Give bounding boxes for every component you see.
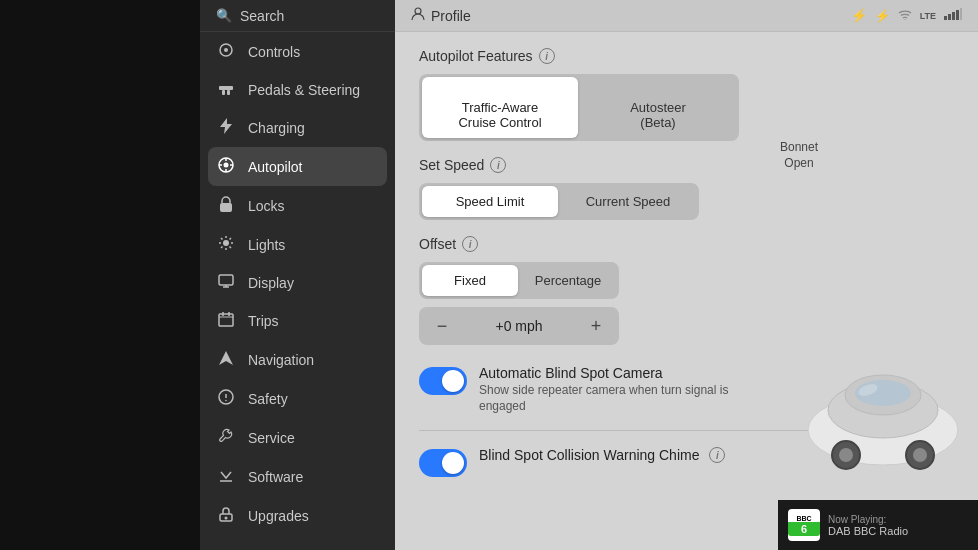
sidebar-item-service-label: Service [248, 430, 295, 446]
navigation-icon [216, 350, 236, 369]
traffic-aware-btn[interactable]: Traffic-Aware Cruise Control [422, 77, 578, 138]
offset-plus-btn[interactable]: + [581, 311, 611, 341]
charging-status-icon: ⚡ [851, 8, 867, 23]
car-image [788, 310, 978, 510]
svg-point-50 [913, 448, 927, 462]
blind-spot-camera-label: Automatic Blind Spot Camera [479, 365, 728, 381]
set-speed-info-icon[interactable]: i [490, 157, 506, 173]
svg-point-36 [415, 8, 421, 14]
safety-icon [216, 389, 236, 408]
collision-warning-label-group: Blind Spot Collision Warning Chime i [479, 447, 725, 463]
fixed-btn[interactable]: Fixed [422, 265, 518, 296]
autopilot-icon [216, 157, 236, 176]
offset-title: Offset i [419, 236, 954, 252]
svg-line-20 [230, 238, 232, 240]
offset-group: Fixed Percentage [419, 262, 619, 299]
svg-rect-40 [952, 12, 955, 20]
svg-marker-29 [219, 351, 233, 365]
sidebar-item-safety[interactable]: Safety [200, 379, 395, 418]
controls-icon [216, 42, 236, 61]
set-speed-title: Set Speed i [419, 157, 954, 173]
sidebar-item-safety-label: Safety [248, 391, 288, 407]
sidebar-item-charging[interactable]: Charging [200, 108, 395, 147]
lte-label: LTE [920, 11, 936, 21]
sidebar-item-software[interactable]: Software [200, 457, 395, 496]
service-icon [216, 428, 236, 447]
charging-icon [216, 118, 236, 137]
sidebar-item-display-label: Display [248, 275, 294, 291]
svg-rect-22 [219, 275, 233, 285]
svg-rect-39 [948, 14, 951, 20]
sidebar-item-controls[interactable]: Controls [200, 32, 395, 71]
blind-spot-camera-toggle[interactable] [419, 367, 467, 395]
display-icon [216, 274, 236, 291]
svg-point-1 [224, 48, 228, 52]
autosteer-btn[interactable]: Autosteer (Beta) [580, 77, 736, 138]
sidebar-item-controls-label: Controls [248, 44, 300, 60]
svg-rect-2 [219, 86, 233, 90]
sidebar-item-navigation[interactable]: Navigation [200, 340, 395, 379]
blind-spot-camera-label-group: Automatic Blind Spot Camera Show side re… [479, 365, 728, 414]
search-icon: 🔍 [216, 8, 232, 23]
profile-label: Profile [431, 8, 471, 24]
bluetooth-icon: ⚡ [875, 9, 890, 23]
set-speed-group: Speed Limit Current Speed [419, 183, 699, 220]
svg-line-21 [221, 247, 223, 249]
sidebar-item-trips[interactable]: Trips [200, 301, 395, 340]
offset-minus-btn[interactable]: − [427, 311, 457, 341]
main-content: Profile ⚡ ⚡ LTE [395, 0, 978, 550]
sidebar-item-autopilot-label: Autopilot [248, 159, 302, 175]
current-speed-btn[interactable]: Current Speed [560, 186, 696, 217]
upgrades-icon [216, 506, 236, 525]
svg-point-13 [223, 240, 229, 246]
svg-point-37 [904, 19, 906, 20]
bonnet-open-label: Bonnet Open [780, 140, 818, 171]
header-right: ⚡ ⚡ LTE [851, 8, 962, 23]
now-playing-label: Now Playing: [828, 514, 908, 525]
autopilot-features-info-icon[interactable]: i [539, 48, 555, 64]
toggle-knob [442, 370, 464, 392]
svg-rect-3 [222, 90, 225, 95]
speed-limit-btn[interactable]: Speed Limit [422, 186, 558, 217]
software-icon [216, 467, 236, 486]
sidebar: 🔍 Search Controls Pedals & Steering [200, 0, 395, 550]
svg-line-18 [221, 238, 223, 240]
svg-rect-25 [219, 314, 233, 326]
bbc-badge: BBC 6 [788, 509, 820, 541]
svg-line-19 [230, 247, 232, 249]
wireless-icon [898, 8, 912, 23]
sidebar-item-upgrades[interactable]: Upgrades [200, 496, 395, 535]
autopilot-features-group: Traffic-Aware Cruise Control Autosteer (… [419, 74, 739, 141]
sidebar-item-autopilot[interactable]: Autopilot [208, 147, 387, 186]
sidebar-item-trips-label: Trips [248, 313, 279, 329]
sidebar-item-lights[interactable]: Lights [200, 225, 395, 264]
percentage-btn[interactable]: Percentage [520, 265, 616, 296]
svg-rect-42 [960, 8, 962, 20]
sidebar-search[interactable]: 🔍 Search [200, 0, 395, 32]
collision-warning-info-icon[interactable]: i [709, 447, 725, 463]
toggle-knob-2 [442, 452, 464, 474]
autopilot-features-title: Autopilot Features i [419, 48, 954, 64]
svg-rect-4 [227, 90, 230, 95]
sidebar-item-software-label: Software [248, 469, 303, 485]
header-bar: Profile ⚡ ⚡ LTE [395, 0, 978, 32]
collision-warning-label: Blind Spot Collision Warning Chime i [479, 447, 725, 463]
sidebar-item-lights-label: Lights [248, 237, 285, 253]
sidebar-item-locks[interactable]: Locks [200, 186, 395, 225]
svg-point-7 [224, 163, 229, 168]
sidebar-item-charging-label: Charging [248, 120, 305, 136]
sidebar-item-pedals[interactable]: Pedals & Steering [200, 71, 395, 108]
trips-icon [216, 311, 236, 330]
svg-rect-41 [956, 10, 959, 20]
sidebar-item-upgrades-label: Upgrades [248, 508, 309, 524]
offset-info-icon[interactable]: i [462, 236, 478, 252]
sidebar-item-locks-label: Locks [248, 198, 285, 214]
offset-stepper: − +0 mph + [419, 307, 619, 345]
person-icon [411, 7, 425, 24]
sidebar-item-display[interactable]: Display [200, 264, 395, 301]
svg-point-32 [225, 400, 227, 402]
collision-warning-toggle[interactable] [419, 449, 467, 477]
svg-marker-5 [220, 118, 232, 134]
svg-point-35 [225, 517, 228, 520]
sidebar-item-service[interactable]: Service [200, 418, 395, 457]
